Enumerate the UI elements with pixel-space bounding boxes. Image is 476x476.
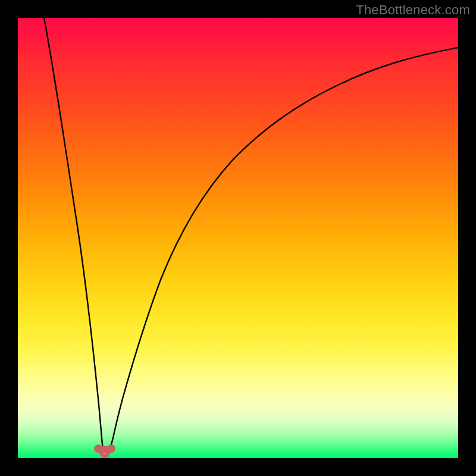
curve-layer: [18, 18, 458, 458]
watermark-text: TheBottleneck.com: [356, 2, 470, 18]
bottleneck-curve: [44, 18, 458, 452]
chart-frame: TheBottleneck.com: [0, 0, 476, 476]
plot-area: [18, 18, 458, 458]
optimal-zone-marker: [94, 444, 115, 458]
